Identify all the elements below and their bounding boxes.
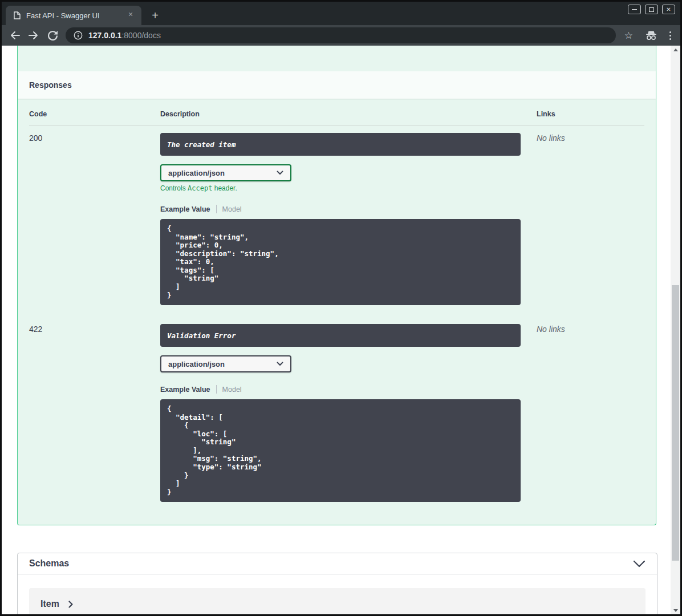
- url-path: :8000/docs: [121, 31, 161, 40]
- page-content: Responses Code Description Links 200 The…: [2, 46, 671, 614]
- response-description: Validation Error: [167, 331, 236, 340]
- tab-model[interactable]: Model: [222, 386, 242, 394]
- reload-button[interactable]: [47, 30, 58, 41]
- media-type-select[interactable]: application/json: [160, 164, 291, 181]
- scroll-down-icon: [673, 609, 678, 612]
- tab-example-value[interactable]: Example Value: [160, 205, 210, 213]
- minimize-icon: [632, 9, 637, 10]
- browser-tab[interactable]: Fast API - Swagger UI ×: [6, 6, 141, 25]
- chevron-down-icon: [277, 171, 283, 175]
- bookmark-star-icon[interactable]: ☆: [624, 30, 633, 42]
- links-value: No links: [537, 133, 565, 143]
- back-button[interactable]: [9, 30, 21, 41]
- chevron-right-icon: [68, 601, 73, 608]
- close-icon: ✕: [666, 7, 671, 13]
- response-description-box: Validation Error: [160, 324, 521, 347]
- tab-example-value[interactable]: Example Value: [160, 386, 210, 394]
- scroll-down-button[interactable]: [671, 606, 680, 614]
- model-name: Item: [40, 599, 59, 609]
- tab-separator: [216, 205, 217, 213]
- url-bar[interactable]: 127.0.0.1:8000/docs: [66, 27, 616, 43]
- chevron-down-icon[interactable]: [633, 560, 646, 568]
- url-text: 127.0.0.1:8000/docs: [88, 31, 161, 40]
- incognito-icon: [644, 30, 658, 40]
- response-row-200: 200 The created item application/json: [29, 125, 644, 305]
- schema-model-item[interactable]: Item: [29, 588, 646, 614]
- page-favicon-icon: [14, 11, 21, 19]
- maximize-button[interactable]: [645, 5, 658, 14]
- back-icon: [10, 31, 20, 40]
- responses-title: Responses: [29, 80, 644, 90]
- schemas-section: Schemas Item ValidationError: [17, 553, 657, 614]
- maximize-icon: [649, 7, 654, 12]
- close-button[interactable]: ✕: [662, 5, 675, 14]
- response-row-422: 422 Validation Error application/json: [29, 317, 644, 502]
- response-code: 200: [29, 133, 42, 143]
- page-scrollbar[interactable]: [671, 46, 680, 614]
- response-description-box: The created item: [160, 133, 521, 156]
- column-header-description: Description: [160, 110, 521, 118]
- schemas-header[interactable]: Schemas: [18, 553, 657, 574]
- minimize-button[interactable]: [628, 5, 641, 14]
- info-icon: [74, 31, 83, 40]
- browser-window: Fast API - Swagger UI × + ✕: [0, 0, 682, 616]
- url-host: 127.0.0.1: [88, 31, 121, 40]
- media-type-value: application/json: [168, 169, 225, 177]
- scroll-up-icon: [673, 48, 678, 51]
- media-type-value: application/json: [168, 360, 225, 368]
- response-description: The created item: [167, 140, 236, 149]
- browser-menu-button[interactable]: [669, 31, 671, 40]
- response-code: 422: [29, 325, 42, 334]
- example-model-tabs: Example Value Model: [160, 205, 521, 213]
- example-json-422: { "detail": [ { "loc": [ "string" ], "ms…: [160, 399, 521, 502]
- new-tab-button[interactable]: +: [149, 10, 161, 22]
- reload-icon: [48, 31, 58, 40]
- accept-header-note: Controls Accept header.: [160, 184, 521, 192]
- scrollbar-thumb[interactable]: [672, 285, 679, 561]
- chevron-down-icon: [277, 362, 283, 366]
- example-model-tabs: Example Value Model: [160, 385, 521, 394]
- titlebar: Fast API - Swagger UI × + ✕: [2, 2, 680, 25]
- tab-separator: [216, 385, 217, 394]
- responses-table-header: Code Description Links: [29, 110, 644, 125]
- tab-model[interactable]: Model: [222, 205, 242, 213]
- column-header-code: Code: [29, 110, 160, 118]
- window-controls: ✕: [628, 5, 675, 14]
- media-type-select[interactable]: application/json: [160, 355, 291, 372]
- responses-section-header: Responses: [18, 71, 656, 99]
- schemas-title: Schemas: [29, 558, 69, 569]
- opblock-body-spacer: [18, 46, 656, 71]
- column-header-links: Links: [521, 110, 644, 118]
- browser-toolbar: 127.0.0.1:8000/docs ☆: [2, 25, 680, 46]
- example-json-200: { "name": "string", "price": 0, "descrip…: [160, 219, 521, 305]
- forward-icon: [29, 31, 39, 40]
- scroll-up-button[interactable]: [671, 46, 680, 54]
- tab-title: Fast API - Swagger UI: [26, 11, 125, 20]
- opblock-post: Responses Code Description Links 200 The…: [17, 46, 656, 525]
- tab-close-icon[interactable]: ×: [125, 10, 136, 21]
- links-value: No links: [537, 325, 565, 334]
- forward-button[interactable]: [28, 30, 39, 41]
